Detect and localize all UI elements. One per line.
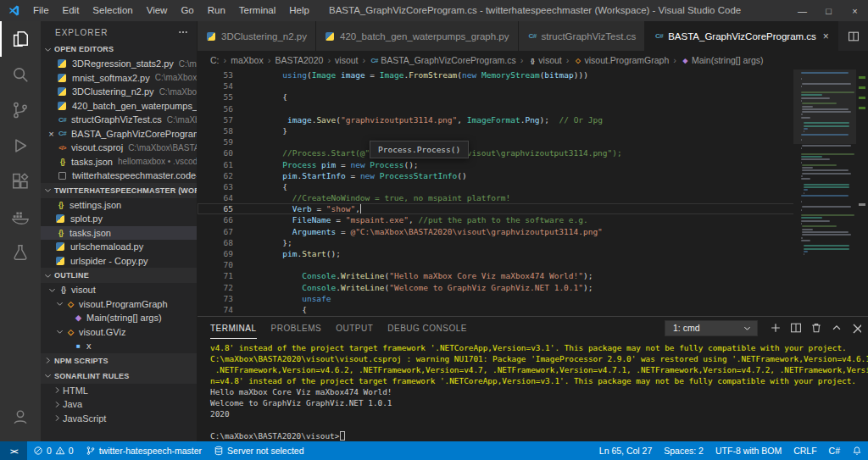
file-settings-json[interactable]: {}settings.json bbox=[41, 198, 197, 213]
open-editor-tasks-json[interactable]: {}tasks.json hellomaxbox • .vscode bbox=[41, 155, 197, 169]
tab-3dclustering-n2-py[interactable]: 3DClustering_n2.py bbox=[198, 21, 316, 51]
panel-tab-problems[interactable]: PROBLEMS bbox=[271, 317, 322, 339]
outline-main-string-args[interactable]: ◆Main(string[] args) bbox=[41, 311, 197, 325]
menu-edit[interactable]: Edit bbox=[56, 0, 86, 21]
tab-basta-graphvizcoreprogram-cs[interactable]: C#BASTA_GraphVizCoreProgram.cs× bbox=[645, 21, 838, 51]
status-indentation[interactable]: Spaces: 2 bbox=[658, 441, 709, 460]
activity-explorer[interactable] bbox=[0, 21, 41, 57]
breadcrumb-item[interactable]: maXbox bbox=[231, 55, 264, 65]
menu-go[interactable]: Go bbox=[174, 0, 200, 21]
file-splot-py[interactable]: splot.py bbox=[41, 212, 197, 226]
code-line-58[interactable]: 58 } bbox=[198, 125, 868, 136]
overview-ruler[interactable] bbox=[856, 69, 868, 316]
sonarlint-javascript[interactable]: JavaScript bbox=[41, 412, 197, 426]
code-editor[interactable]: 53 using(Image image = Image.FromStream(… bbox=[198, 69, 868, 316]
code-line-54[interactable]: 54 bbox=[198, 80, 868, 91]
file-tasks-json[interactable]: {}tasks.json bbox=[41, 226, 197, 241]
code-line-55[interactable]: 55 { bbox=[198, 91, 868, 103]
panel-tab-terminal[interactable]: TERMINAL bbox=[210, 317, 257, 339]
sonarlint-html[interactable]: HTML bbox=[41, 384, 197, 398]
breadcrumb-item[interactable]: ◆Main(string[] args) bbox=[681, 55, 764, 65]
status-encoding[interactable]: UTF-8 with BOM bbox=[709, 441, 787, 460]
breadcrumb-item[interactable]: BASTA2020 bbox=[275, 55, 323, 65]
section-npm-scripts[interactable]: NPM SCRIPTS bbox=[41, 353, 197, 369]
menu-view[interactable]: View bbox=[140, 0, 175, 21]
open-editor-structgraphviztest-cs[interactable]: C#structGraphVizTest.cs C:\maXbox\... bbox=[41, 113, 197, 127]
minimap[interactable] bbox=[793, 69, 856, 316]
split-terminal-icon[interactable] bbox=[790, 322, 802, 334]
code-line-67[interactable]: 67 Arguments = @"C:\maXbox\BASTA2020\vis… bbox=[198, 226, 868, 237]
outline-x[interactable]: ■x bbox=[41, 339, 197, 353]
code-line-53[interactable]: 53 using(Image image = Image.FromStream(… bbox=[198, 69, 868, 80]
activity-run-debug[interactable] bbox=[0, 128, 41, 163]
code-line-71[interactable]: 71 Console.WriteLine("Hello maXbox Core … bbox=[198, 270, 868, 281]
code-line-62[interactable]: 62 pim.StartInfo = new ProcessStartInfo(… bbox=[198, 170, 868, 181]
close-icon[interactable]: × bbox=[48, 129, 53, 139]
code-line-65[interactable]: 65 Verb = "show", bbox=[198, 203, 868, 214]
open-editor-mnist-softmax2-py[interactable]: mnist_softmax2.py C:\maXbox\m... bbox=[41, 71, 197, 86]
breadcrumb-item[interactable]: C: bbox=[210, 55, 220, 65]
activity-docker[interactable] bbox=[0, 199, 41, 235]
maximize-panel-icon[interactable] bbox=[831, 322, 843, 334]
menu-run[interactable]: Run bbox=[201, 0, 232, 21]
kill-terminal-icon[interactable] bbox=[810, 322, 822, 334]
code-line-70[interactable]: 70 bbox=[198, 259, 868, 270]
status-branch[interactable]: twitter-hatespeech-master bbox=[80, 441, 208, 460]
status-language[interactable]: C# bbox=[823, 441, 846, 460]
code-line-73[interactable]: 73 unsafe bbox=[198, 293, 868, 304]
menu-help[interactable]: Help bbox=[282, 0, 316, 21]
open-editor-visout-csproj[interactable]: </>visout.csproj C:\maXbox\BASTA202... bbox=[41, 141, 197, 155]
more-actions-icon[interactable] bbox=[178, 27, 188, 37]
terminal-select[interactable]: 1: cmd bbox=[665, 320, 758, 336]
status-remote[interactable]: >< bbox=[0, 441, 27, 460]
code-line-61[interactable]: 61 Process pim = new Process(); bbox=[198, 159, 868, 170]
activity-test[interactable] bbox=[0, 235, 41, 270]
open-editor-420-batch-gen-waterpumps-gra[interactable]: 420_batch_gen_waterpumps_gra... bbox=[41, 99, 197, 114]
code-line-69[interactable]: 69 pim.Start(); bbox=[198, 248, 868, 259]
section-outline[interactable]: OUTLINE bbox=[41, 268, 197, 283]
code-line-66[interactable]: 66 FileName = "mspaint.exe", //put the p… bbox=[198, 214, 868, 225]
section-workspace[interactable]: TWITTERHATESPEECHMASTER (WORKSPACE) bbox=[41, 183, 197, 198]
status-cursor-position[interactable]: Ln 65, Col 27 bbox=[593, 441, 658, 460]
section-open-editors[interactable]: OPEN EDITORS bbox=[41, 42, 197, 57]
new-terminal-icon[interactable] bbox=[770, 322, 782, 334]
breadcrumb-item[interactable]: ◇visout.ProgramGraph bbox=[573, 55, 669, 65]
status-eol[interactable]: CRLF bbox=[787, 441, 822, 460]
panel-tab-output[interactable]: OUTPUT bbox=[336, 317, 373, 339]
outline-visout-gviz[interactable]: ◇visout.GViz bbox=[41, 325, 197, 340]
code-line-72[interactable]: 72 Console.WriteLine("Welcome to GraphVi… bbox=[198, 282, 868, 293]
file-urlspider-copy-py[interactable]: urlspider - Copy.py bbox=[41, 254, 197, 269]
terminal-output[interactable]: v4.8' instead of the project target fram… bbox=[198, 339, 868, 441]
menu-selection[interactable]: Selection bbox=[86, 0, 139, 21]
menu-file[interactable]: File bbox=[26, 0, 56, 21]
code-line-57[interactable]: 57 image.Save("graphvizoutput3114.png", … bbox=[198, 114, 868, 125]
status-problems[interactable]: 00 bbox=[27, 441, 80, 460]
outline-visout[interactable]: {}visout bbox=[41, 283, 197, 297]
activity-account[interactable] bbox=[0, 399, 41, 435]
section-sonarlint[interactable]: SONARLINT RULES bbox=[41, 369, 197, 384]
sonarlint-java[interactable]: Java bbox=[41, 397, 197, 412]
open-editor-3dregression-stats2-py[interactable]: 3DRegression_stats2.py C:\maXbo... bbox=[41, 57, 197, 71]
status-server[interactable]: Server not selected bbox=[208, 441, 309, 460]
outline-visout-programgraph[interactable]: ◇visout.ProgramGraph bbox=[41, 297, 197, 312]
close-icon[interactable]: × bbox=[823, 32, 829, 41]
code-line-56[interactable]: 56 bbox=[198, 103, 868, 114]
maximize-icon[interactable]: □ bbox=[815, 0, 842, 21]
close-icon[interactable]: × bbox=[842, 0, 868, 21]
open-editor-twitterhatespeechmaster-code-w[interactable]: twitterhatespeechmaster.code-w... bbox=[41, 169, 197, 183]
tab-structgraphviztest-cs[interactable]: C#structGraphVizTest.cs bbox=[519, 21, 646, 51]
code-line-59[interactable]: 59 bbox=[198, 136, 868, 147]
code-line-63[interactable]: 63 { bbox=[198, 181, 868, 192]
code-line-68[interactable]: 68 }; bbox=[198, 237, 868, 248]
breadcrumb-item[interactable]: C#BASTA_GraphVizCoreProgram.cs bbox=[370, 55, 516, 66]
close-panel-icon[interactable] bbox=[851, 322, 861, 334]
status-notifications[interactable] bbox=[846, 441, 868, 460]
split-editor-icon[interactable] bbox=[848, 30, 860, 42]
tab-420-batch-gen-waterpumps-graph-py[interactable]: 420_batch_gen_waterpumps_graph.py bbox=[316, 21, 518, 51]
breadcrumb-item[interactable]: {}visout bbox=[527, 55, 561, 65]
open-editor-basta-graphvizcoreprogram-cs[interactable]: × C#BASTA_GraphVizCoreProgram.cs... bbox=[41, 127, 197, 141]
menu-terminal[interactable]: Terminal bbox=[232, 0, 282, 21]
activity-source-control[interactable] bbox=[0, 92, 41, 128]
open-editor-3dclustering-n2-py[interactable]: 3DClustering_n2.py C:\maXbox... bbox=[41, 85, 197, 99]
minimize-icon[interactable]: — bbox=[789, 0, 815, 21]
